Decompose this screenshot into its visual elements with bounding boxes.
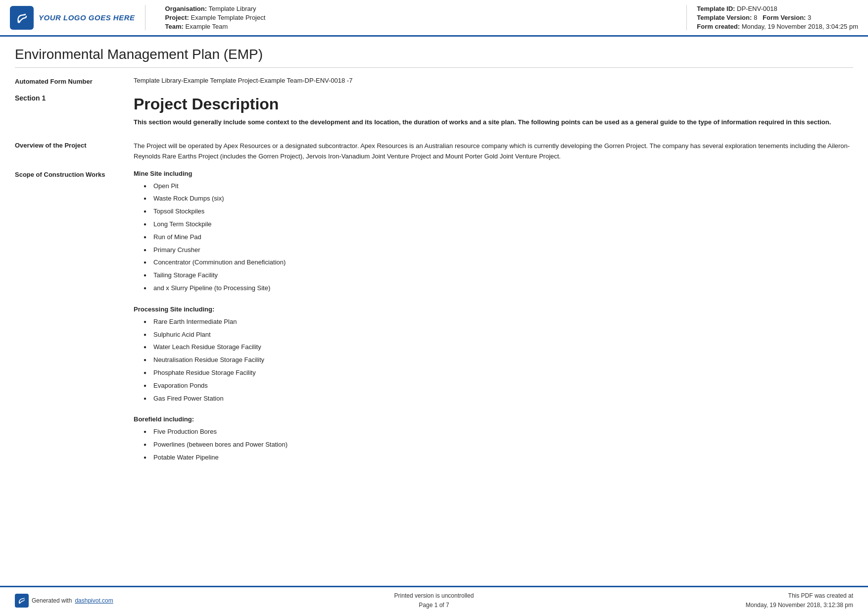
- form-version-value: 3: [808, 14, 811, 21]
- template-version-value: 8: [754, 14, 757, 21]
- footer-left: Generated with dashpivot.com: [15, 594, 153, 608]
- project-value: Example Template Project: [191, 14, 266, 21]
- template-id-value: DP-ENV-0018: [737, 5, 777, 12]
- main-content: Environmental Management Plan (EMP) Auto…: [0, 37, 868, 522]
- header-meta: Organisation: Template Library Project: …: [155, 5, 677, 30]
- footer-generated-link[interactable]: dashpivot.com: [75, 597, 113, 604]
- mine-site-list: Open PitWaste Rock Dumps (six)Topsoil St…: [144, 181, 853, 294]
- automated-form-label: Automated Form Number: [15, 77, 124, 85]
- team-label: Team:: [165, 23, 184, 30]
- list-item: Open Pit: [144, 181, 853, 192]
- list-item: Gas Fired Power Station: [144, 394, 853, 404]
- org-label: Organisation:: [165, 5, 207, 12]
- section1-content: Project Description This section would g…: [134, 93, 853, 133]
- borefield-list: Five Production BoresPowerlines (between…: [144, 427, 853, 462]
- scope-content: Mine Site including Open PitWaste Rock D…: [134, 170, 853, 475]
- svg-point-0: [18, 20, 20, 23]
- processing-site-list: Rare Earth Intermediate PlanSulphuric Ac…: [144, 317, 853, 404]
- form-created-label: Form created:: [697, 23, 740, 30]
- org-value: Template Library: [208, 5, 256, 12]
- form-version-label: Form Version:: [763, 14, 806, 21]
- team-row: Team: Example Team: [165, 23, 677, 30]
- org-row: Organisation: Template Library: [165, 5, 677, 12]
- list-item: Run of Mine Pad: [144, 232, 853, 243]
- team-value: Example Team: [185, 23, 228, 30]
- project-label: Project:: [165, 14, 189, 21]
- header-right: Template ID: DP-ENV-0018 Template Versio…: [686, 5, 858, 30]
- page-title: Environmental Management Plan (EMP): [15, 47, 853, 68]
- list-item: Potable Water Pipeline: [144, 453, 853, 463]
- list-item: Phosphate Residue Storage Facility: [144, 368, 853, 378]
- list-item: Topsoil Stockpiles: [144, 206, 853, 217]
- footer-right-line1: This PDF was created at: [715, 591, 853, 601]
- section1-intro: This section would generally include som…: [134, 117, 853, 128]
- scope-row: Scope of Construction Works Mine Site in…: [15, 170, 853, 475]
- list-item: Concentrator (Comminution and Beneficiat…: [144, 257, 853, 268]
- footer-generated-label: Generated with: [32, 597, 72, 604]
- borefield-block: Borefield including: Five Production Bor…: [134, 415, 853, 462]
- list-item: Sulphuric Acid Plant: [144, 330, 853, 340]
- list-item: Evaporation Ponds: [144, 381, 853, 391]
- template-version-label: Template Version:: [697, 14, 752, 21]
- section1-label: Section 1: [15, 93, 124, 133]
- version-row: Template Version: 8 Form Version: 3: [697, 14, 858, 21]
- mine-site-heading: Mine Site including: [134, 170, 853, 177]
- overview-row: Overview of the Project The Project will…: [15, 141, 853, 162]
- project-row: Project: Example Template Project: [165, 14, 677, 21]
- borefield-heading: Borefield including:: [134, 415, 853, 423]
- logo-text: YOUR LOGO GOES HERE: [39, 13, 135, 22]
- list-item: Five Production Bores: [144, 427, 853, 437]
- page-footer: Generated with dashpivot.com Printed ver…: [0, 586, 868, 614]
- overview-content: The Project will be operated by Apex Res…: [134, 141, 853, 162]
- footer-center-line1: Printed version is uncontrolled: [153, 591, 715, 601]
- automated-form-row: Automated Form Number Template Library-E…: [15, 77, 853, 85]
- overview-label: Overview of the Project: [15, 141, 124, 162]
- automated-form-value: Template Library-Example Template Projec…: [134, 77, 853, 85]
- section1-row: Section 1 Project Description This secti…: [15, 93, 853, 133]
- footer-center: Printed version is uncontrolled Page 1 o…: [153, 591, 715, 610]
- footer-center-line2: Page 1 of 7: [153, 601, 715, 610]
- form-created-row: Form created: Monday, 19 November 2018, …: [697, 23, 858, 30]
- logo-icon: [10, 6, 34, 30]
- overview-text: The Project will be operated by Apex Res…: [134, 141, 853, 162]
- section1-heading: Project Description: [134, 95, 853, 113]
- list-item: Neutralisation Residue Storage Facility: [144, 355, 853, 365]
- list-item: Rare Earth Intermediate Plan: [144, 317, 853, 327]
- page-header: YOUR LOGO GOES HERE Organisation: Templa…: [0, 0, 868, 37]
- form-created-value: Monday, 19 November 2018, 3:04:25 pm: [742, 23, 858, 30]
- template-id-row: Template ID: DP-ENV-0018: [697, 5, 858, 12]
- list-item: Primary Crusher: [144, 245, 853, 256]
- template-id-label: Template ID:: [697, 5, 735, 12]
- mine-site-block: Mine Site including Open PitWaste Rock D…: [134, 170, 853, 294]
- list-item: Tailing Storage Facility: [144, 270, 853, 281]
- footer-right-line2: Monday, 19 November 2018, 3:12:38 pm: [715, 601, 853, 610]
- footer-logo-icon: [15, 594, 29, 608]
- list-item: Powerlines (between bores and Power Stat…: [144, 440, 853, 450]
- svg-point-1: [19, 602, 20, 604]
- logo-section: YOUR LOGO GOES HERE: [10, 5, 145, 30]
- processing-site-heading: Processing Site including:: [134, 306, 853, 313]
- list-item: and x Slurry Pipeline (to Processing Sit…: [144, 283, 853, 294]
- processing-site-block: Processing Site including: Rare Earth In…: [134, 306, 853, 404]
- scope-label: Scope of Construction Works: [15, 170, 124, 475]
- list-item: Water Leach Residue Storage Facility: [144, 342, 853, 353]
- list-item: Waste Rock Dumps (six): [144, 194, 853, 204]
- footer-right: This PDF was created at Monday, 19 Novem…: [715, 591, 853, 610]
- list-item: Long Term Stockpile: [144, 219, 853, 230]
